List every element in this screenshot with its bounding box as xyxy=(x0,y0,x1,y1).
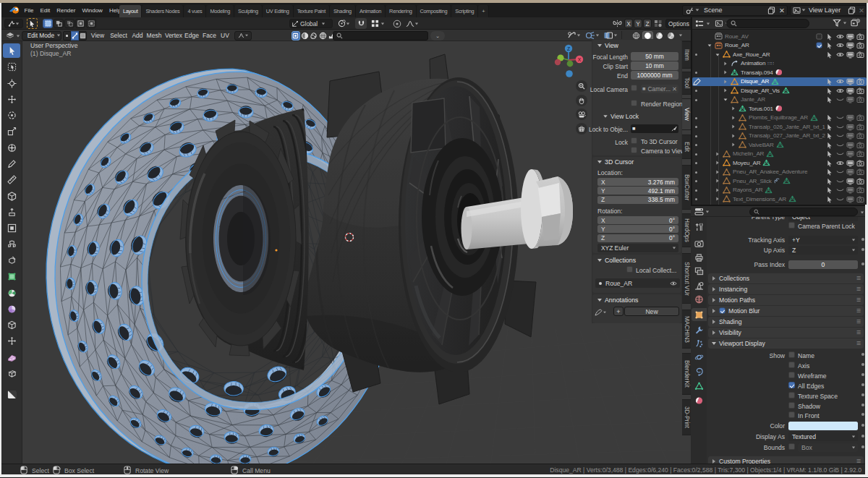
svg-text:Z: Z xyxy=(567,46,570,51)
